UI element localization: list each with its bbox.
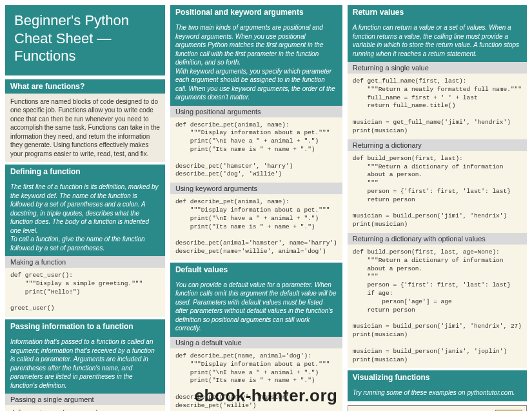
cheat-sheet-columns: Beginner's Python Cheat Sheet — Function… [0,0,532,411]
main-title-block: Beginner's Python Cheat Sheet — Function… [5,5,165,75]
section-default-values: Default values [170,263,342,277]
column-2: Positional and keyword arguments The two… [170,5,342,411]
section-return-values: Return values [348,5,527,19]
code-making-function: def greet_user(): """Display a simple gr… [5,268,165,317]
code-return-dict: def build_person(first, last): """Return… [348,151,527,233]
section-positional-keyword: Positional and keyword arguments [170,5,342,19]
section-what-are-functions: What are functions? [5,79,165,94]
book-promo-box: Python Crash Course Covers Python 3 and … [348,405,527,411]
code-positional: def describe_pet(animal, name): """Displ… [170,117,342,183]
sub-making-function: Making a function [5,256,165,268]
code-keyword: def describe_pet(animal, name): """Displ… [170,194,342,260]
sub-positional: Using positional arguments [170,106,342,117]
column-3: Return values A function can return a va… [348,5,527,411]
body-positional-keyword: The two main kinds of arguments are posi… [170,19,342,106]
section-passing-info: Passing information to a function [5,319,165,334]
section-visualizing: Visualizing functions [348,370,527,385]
body-passing-info: Information that's passed to a function … [5,334,165,394]
column-1: Beginner's Python Cheat Sheet — Function… [5,5,165,411]
sub-default-value: Using a default value [170,337,342,348]
watermark: ebook-hunter.org [195,386,338,406]
sub-single-arg: Passing a single argument [5,394,165,405]
main-title: Beginner's Python Cheat Sheet — Function… [14,12,156,65]
body-visualizing: Try running some of these examples on py… [348,385,527,401]
sub-return-dict: Returning a dictionary [348,139,527,151]
section-defining: Defining a function [5,165,165,179]
sub-return-dict-optional: Returning a dictionary with optional val… [348,233,527,245]
sub-keyword: Using keyword arguments [170,183,342,194]
code-return-single: def get_full_name(first, last): """Retur… [348,74,527,139]
body-what-are-functions: Functions are named blocks of code desig… [5,94,165,163]
body-defining: The first line of a function is its defi… [5,179,165,256]
sub-return-single: Returning a single value [348,62,527,74]
body-default-values: You can provide a default value for a pa… [170,277,342,337]
body-return-values: A function can return a value or a set o… [348,19,527,62]
code-return-dict-optional: def build_person(first, last, age=None):… [348,245,527,368]
code-single-arg: def greet_user(username): """Display a s… [5,405,165,411]
